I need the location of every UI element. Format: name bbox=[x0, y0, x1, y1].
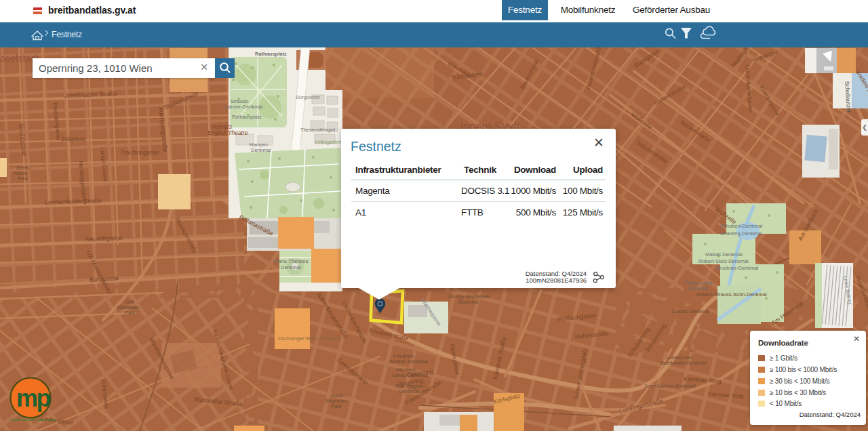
svg-text:mobile pocket maps solut.: mobile pocket maps solut. bbox=[9, 417, 57, 422]
svg-text:English Theatre: English Theatre bbox=[208, 129, 248, 136]
svg-text:Trautsongasse: Trautsongasse bbox=[121, 149, 159, 156]
svg-text:Denkmal: Denkmal bbox=[251, 147, 271, 153]
svg-text:Lanner-Denkmal: Lanner-Denkmal bbox=[225, 104, 263, 110]
svg-text:Maria-Theresia: Maria-Theresia bbox=[274, 258, 309, 264]
svg-text:Volksgarten: Volksgarten bbox=[315, 139, 341, 145]
svg-text:Dschungel Wien-Theaterh...: Dschungel Wien-Theaterh... bbox=[278, 335, 346, 342]
svg-text:Schiller-Denkmal: Schiller-Denkmal bbox=[389, 358, 428, 365]
svg-text:Park: Park bbox=[18, 176, 28, 182]
svg-text:Lenau-Denkmal: Lenau-Denkmal bbox=[392, 372, 428, 378]
svg-text:Denkmal: Denkmal bbox=[281, 264, 301, 270]
svg-text:Johann-Strauss-Sohn-Denkmal: Johann-Strauss-Sohn-Denkmal bbox=[696, 291, 767, 297]
svg-text:Theseustempel: Theseustempel bbox=[300, 127, 336, 133]
svg-text:Josef-Lanner-Denkmal: Josef-Lanner-Denkmal bbox=[644, 383, 696, 389]
svg-text:Carolin-Denkmal: Carolin-Denkmal bbox=[671, 308, 709, 314]
svg-text:Denkmal: Denkmal bbox=[688, 285, 708, 291]
svg-text:Schubert-Denkmal: Schubert-Denkmal bbox=[720, 223, 762, 229]
svg-text:Makart-Denkmal: Makart-Denkmal bbox=[705, 251, 743, 258]
svg-text:Burgviertel: Burgviertel bbox=[296, 94, 320, 100]
svg-text:Robert-Stolz-Denkmal: Robert-Stolz-Denkmal bbox=[698, 258, 749, 264]
svg-text:Zeltgasse: Zeltgasse bbox=[61, 136, 86, 142]
svg-text:Park: Park bbox=[125, 310, 136, 316]
svg-text:mp: mp bbox=[16, 384, 51, 412]
svg-text:Park: Park bbox=[331, 403, 342, 409]
svg-text:Bruckner-Denkmal: Bruckner-Denkmal bbox=[716, 265, 758, 271]
svg-text:Rathausplatz: Rathausplatz bbox=[232, 114, 262, 120]
svg-text:Beethoven-Denkmal: Beethoven-Denkmal bbox=[660, 360, 707, 366]
svg-text:Rathausplatz: Rathausplatz bbox=[255, 51, 287, 57]
svg-text:Amerling-Denkmal: Amerling-Denkmal bbox=[720, 230, 762, 237]
svg-text:Denkmal: Denkmal bbox=[458, 299, 479, 305]
svg-text:Denkmal: Denkmal bbox=[399, 388, 419, 394]
svg-text:Neustiftgasse: Neustiftgasse bbox=[85, 234, 123, 243]
